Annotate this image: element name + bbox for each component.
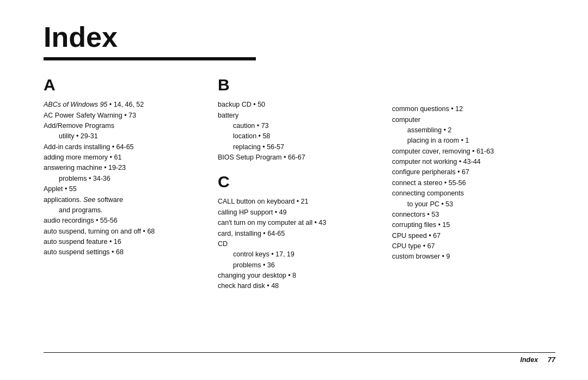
entry-cpu-type: CPU type • 67 [392,241,555,252]
entry-call-button: CALL button on keyboard • 21 [218,197,381,207]
section-letter-b: B [218,76,381,94]
entry-custom-browser: custom browser • 9 [392,252,555,262]
page-title: Index [44,22,555,53]
entry-connect-stereo: connect a stereo • 55-56 [392,178,555,188]
entry-utility: utility • 29-31 [44,131,207,142]
entry-backup-cd: backup CD • 50 [218,100,381,110]
entry-location: location • 58 [218,131,381,142]
entry-adding-memory: adding more memory • 61 [44,152,207,163]
entry-abcs: ABCs of Windows 95 • 14, 46, 52 [44,100,207,110]
column-right: common questions • 12 computer assemblin… [392,76,555,348]
entry-auto-suspend-turning: auto suspend, turning on and off • 68 [44,226,207,237]
entry-placing-in-room: placing in a room • 1 [392,136,555,146]
entry-assembling: assembling • 2 [392,125,555,136]
entry-cant-turn-on: can't turn on my computer at all • 43 [218,218,381,228]
content-area: A ABCs of Windows 95 • 14, 46, 52 AC Pow… [44,76,555,348]
page: Index A ABCs of Windows 95 • 14, 46, 52 … [0,0,588,380]
entry-auto-suspend-feature: auto suspend feature • 16 [44,237,207,247]
footer-label: Index [520,356,538,364]
entry-to-your-pc: to your PC • 53 [392,199,555,210]
entry-problems-34: problems • 34-36 [44,174,207,184]
entry-add-remove: Add/Remove Programs [44,121,207,131]
entry-computer: computer [392,115,555,125]
column-bc: B backup CD • 50 battery caution • 73 lo… [218,76,392,348]
entry-add-in-cards: Add-in cards installing • 64-65 [44,142,207,152]
entry-control-keys: control keys • 17, 19 [218,249,381,260]
entry-applications: applications. See software [44,195,207,205]
entry-and-programs: and programs. [44,205,207,216]
entry-connectors: connectors • 53 [392,210,555,220]
title-rule [44,57,256,60]
entry-auto-suspend-settings: auto suspend settings • 68 [44,247,207,258]
entry-cpu-speed: CPU speed • 67 [392,231,555,241]
entry-cd: CD [218,239,381,249]
entry-check-hard-disk: check hard disk • 48 [218,281,381,291]
entry-replacing: replacing • 56-57 [218,142,381,152]
entry-card-installing: card, installing • 64-65 [218,229,381,239]
entry-configure-peripherals: configure peripherals • 67 [392,167,555,177]
footer-page: 77 [548,356,555,364]
entry-ac-power: AC Power Safety Warning • 73 [44,111,207,121]
entry-answering-machine: answering machine • 19-23 [44,163,207,173]
column-a: A ABCs of Windows 95 • 14, 46, 52 AC Pow… [44,76,218,348]
entry-connecting-components: connecting components [392,188,555,199]
entry-computer-cover: computer cover, removing • 61-63 [392,146,555,157]
footer: Index 77 [44,352,555,364]
entry-changing-desktop: changing your desktop • 8 [218,271,381,281]
section-letter-c: C [218,173,381,191]
entry-corrupting-files: corrupting files • 15 [392,220,555,230]
section-letter-a: A [44,76,207,94]
entry-applet: Applet • 55 [44,184,207,194]
entry-calling-hp: calling HP support • 49 [218,207,381,218]
entry-caution: caution • 73 [218,121,381,131]
entry-problems-36: problems • 36 [218,260,381,271]
entry-bios: BIOS Setup Program • 66-67 [218,152,381,163]
entry-audio: audio recordings • 55-56 [44,216,207,226]
entry-common-questions: common questions • 12 [392,104,555,114]
entry-computer-not-working: computer not working • 43-44 [392,157,555,167]
entry-battery: battery [218,111,381,121]
